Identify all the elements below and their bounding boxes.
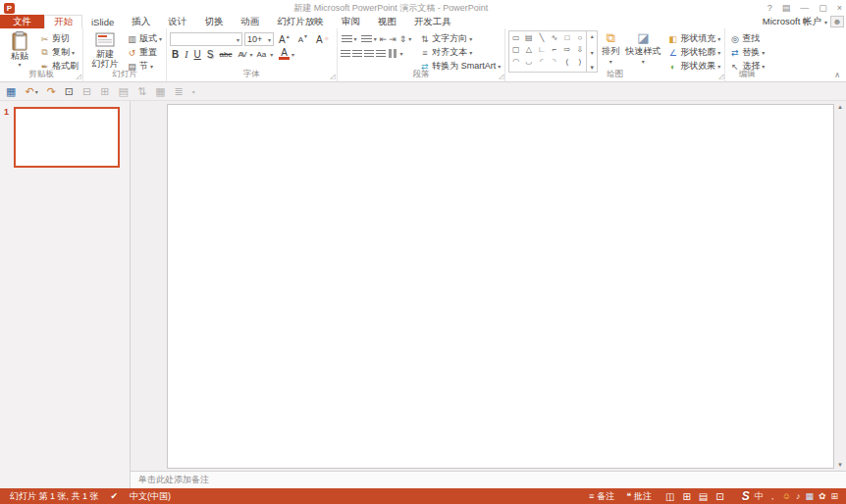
dialog-launcher-icon[interactable]: ◿ xyxy=(718,73,723,80)
dialog-launcher-icon[interactable]: ◿ xyxy=(499,73,503,80)
spellcheck-icon[interactable]: ✔ xyxy=(105,491,125,501)
shape-icon[interactable]: ◠ xyxy=(512,57,519,66)
reading-view-icon[interactable]: ▤ xyxy=(699,491,708,502)
dialog-launcher-icon[interactable]: ◿ xyxy=(77,73,81,80)
justify-icon[interactable] xyxy=(376,50,386,58)
copy-button[interactable]: ⧉ 复制 ▾ xyxy=(38,46,79,59)
input-mode-chinese-icon[interactable]: 中 xyxy=(755,490,764,503)
align-left-icon[interactable] xyxy=(341,50,350,58)
replace-button[interactable]: ⇄ 替换 ▾ xyxy=(728,46,766,59)
start-slideshow-button[interactable]: ⊡ xyxy=(65,85,74,98)
find-button[interactable]: ◎ 查找 xyxy=(728,32,766,45)
shape-icon[interactable]: ( xyxy=(565,57,568,66)
gallery-scroll-down-icon[interactable]: ▾ xyxy=(591,49,594,56)
account-menu[interactable]: Microsoft 帐户 ▾ ☻ xyxy=(763,15,846,28)
paste-button[interactable]: 粘贴 ▾ xyxy=(3,30,36,73)
restore-icon[interactable]: ▢ xyxy=(819,3,827,13)
shape-icon[interactable]: ⇩ xyxy=(576,45,583,54)
font-size-select[interactable]: 10+ ▾ xyxy=(244,32,274,46)
tab-view[interactable]: 视图 xyxy=(369,15,405,28)
numbering-button[interactable]: ▾ xyxy=(360,32,378,45)
qat-disabled-icon-4[interactable]: ⇅ xyxy=(137,85,146,98)
scroll-up-icon[interactable]: ▴ xyxy=(838,103,842,111)
shape-icon[interactable]: ∟ xyxy=(538,45,546,54)
qat-disabled-icon-1[interactable]: ⊟ xyxy=(82,85,91,98)
shape-icon[interactable]: ⌐ xyxy=(552,45,556,54)
tab-islide[interactable]: iSlide xyxy=(82,15,123,28)
bullets-button[interactable]: ▾ xyxy=(341,32,358,45)
collapse-ribbon-icon[interactable]: ∧ xyxy=(834,71,840,79)
cut-button[interactable]: ✂ 剪切 xyxy=(38,32,79,45)
arrange-button[interactable]: ⧉ 排列 ▾ xyxy=(600,30,621,73)
layout-button[interactable]: ▥ 版式 ▾ xyxy=(126,32,163,45)
tab-developer[interactable]: 开发工具 xyxy=(405,15,460,28)
dialog-launcher-icon[interactable]: ◿ xyxy=(330,73,335,80)
qat-disabled-icon-2[interactable]: ⊞ xyxy=(100,85,109,98)
skin-icon[interactable]: ✿ xyxy=(819,491,826,501)
close-icon[interactable]: × xyxy=(837,3,842,13)
tab-file[interactable]: 文件 xyxy=(0,15,44,28)
tab-home[interactable]: 开始 xyxy=(44,15,82,28)
punctuation-icon[interactable]: ， xyxy=(768,490,777,503)
font-name-select[interactable]: ▾ xyxy=(170,32,242,46)
new-slide-button[interactable]: 新建 幻灯片 xyxy=(86,30,124,73)
italic-button[interactable]: I xyxy=(183,49,189,60)
strikethrough-button[interactable]: abc xyxy=(218,50,235,59)
columns-button[interactable]: ▾ xyxy=(388,47,404,60)
align-text-button[interactable]: ≡ 对齐文本 ▾ xyxy=(418,46,502,59)
align-center-icon[interactable] xyxy=(352,50,362,58)
shape-icon[interactable]: □ xyxy=(564,33,569,42)
voice-input-icon[interactable]: ♪ xyxy=(796,491,801,501)
shape-fill-button[interactable]: ◧ 形状填充 ▾ xyxy=(666,32,721,45)
help-icon[interactable]: ? xyxy=(767,3,772,13)
tab-insert[interactable]: 插入 xyxy=(123,15,159,28)
shape-icon[interactable]: ∿ xyxy=(551,33,557,42)
font-color-button[interactable]: A xyxy=(279,48,290,60)
gallery-scroll-up-icon[interactable]: ▴ xyxy=(591,32,594,39)
shape-icon[interactable]: ◡ xyxy=(525,57,532,66)
redo-button[interactable]: ↷ xyxy=(47,85,56,98)
grow-font-button[interactable]: A▴ xyxy=(276,33,293,46)
clear-formatting-button[interactable]: A✧ xyxy=(313,33,334,46)
tab-transitions[interactable]: 切换 xyxy=(195,15,232,28)
save-button[interactable]: ▦ xyxy=(6,85,16,98)
vertical-scrollbar[interactable]: ▴ ▾ xyxy=(835,101,845,471)
shape-icon[interactable]: △ xyxy=(526,45,532,54)
slide-canvas[interactable] xyxy=(167,104,834,469)
shape-icon[interactable]: ) xyxy=(578,57,581,66)
toolbox-icon[interactable]: ⊞ xyxy=(830,491,838,501)
shape-outline-button[interactable]: ∠ 形状轮廓 ▾ xyxy=(666,46,721,59)
slideshow-view-icon[interactable]: ⊡ xyxy=(715,491,723,502)
normal-view-icon[interactable]: ◫ xyxy=(665,491,674,502)
comments-toggle[interactable]: ❝ 批注 xyxy=(620,490,658,503)
tab-review[interactable]: 审阅 xyxy=(333,15,369,28)
sogou-logo-icon[interactable]: S xyxy=(742,489,750,503)
shrink-font-button[interactable]: A▾ xyxy=(295,33,311,46)
shape-icon[interactable]: ╲ xyxy=(539,33,544,42)
text-direction-button[interactable]: ⇅ 文字方向 ▾ xyxy=(418,32,502,45)
emoji-icon[interactable]: ☺ xyxy=(782,491,791,501)
text-shadow-button[interactable]: S xyxy=(205,49,216,60)
tab-animations[interactable]: 动画 xyxy=(232,15,268,28)
tab-slideshow[interactable]: 幻灯片放映 xyxy=(268,15,333,28)
shape-icon[interactable]: ▤ xyxy=(525,33,533,42)
quick-styles-button[interactable]: ◪ 快速样式 ▾ xyxy=(623,30,662,73)
undo-button[interactable]: ↶▾ xyxy=(25,85,37,98)
shapes-gallery[interactable]: ▭ ▤ ╲ ∿ □ ○ ▢ △ ∟ ⌐ ⇨ ⇩ ◠ ◡ ◜ xyxy=(508,30,598,73)
tab-design[interactable]: 设计 xyxy=(159,15,195,28)
decrease-indent-icon[interactable]: ⇤ xyxy=(380,34,388,44)
shape-icon[interactable]: ◝ xyxy=(553,57,555,66)
soft-keyboard-icon[interactable]: ▦ xyxy=(805,491,814,501)
language-indicator[interactable]: 中文(中国) xyxy=(124,490,177,503)
character-spacing-button[interactable]: AV xyxy=(236,50,247,59)
line-spacing-button[interactable]: ⇕▾ xyxy=(398,32,413,45)
qat-disabled-icon-3[interactable]: ▤ xyxy=(119,85,129,98)
shape-icon[interactable]: ▢ xyxy=(512,45,520,54)
align-right-icon[interactable] xyxy=(364,50,374,58)
slide-sorter-view-icon[interactable]: ⊞ xyxy=(682,491,690,502)
change-case-button[interactable]: Aa xyxy=(255,50,269,59)
notes-pane[interactable]: 单击此处添加备注 xyxy=(131,471,846,488)
shape-icon[interactable]: ▭ xyxy=(512,33,520,42)
shape-icon[interactable]: ○ xyxy=(577,33,582,42)
underline-button[interactable]: U xyxy=(192,49,203,60)
